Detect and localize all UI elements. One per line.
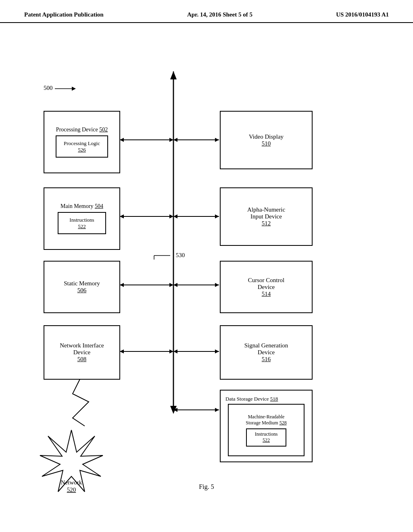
processing-logic-inner: Processing Logic526 xyxy=(56,135,108,158)
diagram-area: 500 Processing Device 502 Processing Log… xyxy=(0,23,413,507)
svg-marker-23 xyxy=(120,283,124,287)
svg-marker-22 xyxy=(169,283,173,287)
svg-marker-17 xyxy=(120,214,124,218)
svg-marker-28 xyxy=(169,349,173,353)
alpha-numeric-box: Alpha-NumericInput Device512 xyxy=(220,187,313,246)
svg-marker-13 xyxy=(173,138,177,142)
svg-marker-37 xyxy=(72,87,76,91)
svg-marker-32 xyxy=(215,349,219,353)
svg-marker-19 xyxy=(173,214,177,218)
svg-marker-11 xyxy=(120,138,124,142)
svg-marker-7 xyxy=(170,71,177,79)
svg-marker-16 xyxy=(169,214,173,218)
figure-label: Fig. 5 xyxy=(0,479,413,499)
svg-marker-34 xyxy=(173,408,177,412)
main-memory-box: Main Memory 504 Instructions522 xyxy=(44,187,120,250)
svg-marker-29 xyxy=(120,349,124,353)
cursor-control-box: Cursor ControlDevice514 xyxy=(220,261,313,313)
signal-generation-box: Signal GenerationDevice516 xyxy=(220,325,313,380)
video-display-box: Video Display510 xyxy=(220,111,313,169)
svg-marker-8 xyxy=(170,406,177,414)
svg-marker-20 xyxy=(215,214,219,218)
instructions-inner-1: Instructions522 xyxy=(58,212,106,234)
processing-device-box: Processing Device 502 Processing Logic52… xyxy=(44,111,120,173)
svg-marker-31 xyxy=(173,349,177,353)
svg-marker-26 xyxy=(215,283,219,287)
header-right: US 2016/0104193 A1 xyxy=(336,11,389,18)
label-530: 530 xyxy=(150,251,185,261)
header-center: Apr. 14, 2016 Sheet 5 of 5 xyxy=(187,11,252,18)
svg-marker-10 xyxy=(169,138,173,142)
static-memory-box: Static Memory506 xyxy=(44,261,120,313)
storage-medium-box: Machine-ReadableStorage Medium 528 Instr… xyxy=(228,404,305,456)
svg-marker-14 xyxy=(215,138,219,142)
header: Patent Application Publication Apr. 14, … xyxy=(0,0,413,23)
label-500: 500 xyxy=(44,83,79,95)
svg-marker-35 xyxy=(215,408,219,412)
data-storage-box: Data Storage Device 518 Machine-Readable… xyxy=(220,390,313,462)
instructions-inner-2: Instructions522 xyxy=(246,428,286,447)
network-interface-box: Network InterfaceDevice508 xyxy=(44,325,120,380)
header-left: Patent Application Publication xyxy=(24,11,104,18)
svg-marker-25 xyxy=(173,283,177,287)
